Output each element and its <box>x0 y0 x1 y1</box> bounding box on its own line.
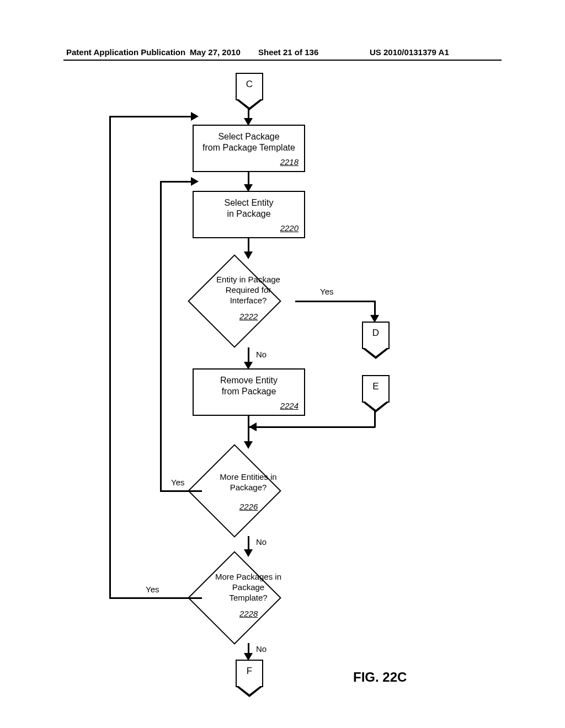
decision-2228-text: More Packages in Package Template? <box>201 572 295 603</box>
arrow-2226-2228 <box>244 549 253 557</box>
connector-c: C <box>236 73 263 100</box>
process-2220: Select Entity in Package 2220 <box>193 191 305 238</box>
label-2222-yes: Yes <box>320 287 333 296</box>
edge-e-merge <box>249 426 375 428</box>
connector-e-label: E <box>372 381 379 392</box>
label-2228-no: No <box>256 644 266 654</box>
decision-2222-line1: Entity in Package <box>201 275 295 285</box>
header-rule <box>63 60 502 61</box>
decision-2228-line1: More Packages in <box>201 572 295 582</box>
decision-2222-ref: 2222 <box>239 312 258 321</box>
decision-2226-text: More Entities in Package? <box>201 472 295 493</box>
decision-2228-line2: Package <box>201 582 295 593</box>
header-date: May 27, 2010 <box>190 47 241 57</box>
edge-2228-yes-h <box>109 597 202 599</box>
connector-c-label: C <box>246 79 253 89</box>
decision-2222-line3: Interface? <box>201 296 295 306</box>
edge-e-down <box>374 411 376 427</box>
decision-2226-ref: 2226 <box>239 502 258 511</box>
arrow-2226-yes <box>191 177 199 186</box>
arrow-2228-yes <box>191 112 199 121</box>
process-2218-ref: 2218 <box>280 157 299 168</box>
process-2220-line2: in Package <box>198 208 300 220</box>
edge-2226-yes-h <box>160 490 202 492</box>
process-2224-ref: 2224 <box>280 401 299 411</box>
process-2224-line2: from Package <box>198 386 300 397</box>
decision-2226-line2: Package? <box>201 483 295 493</box>
label-2226-no: No <box>256 537 266 547</box>
decision-2228-ref: 2228 <box>239 609 258 618</box>
header-sheet: Sheet 21 of 136 <box>258 47 318 57</box>
arrow-e-merge <box>249 422 257 431</box>
process-2224-line1: Remove Entity <box>198 375 300 386</box>
arrow-2220-2222 <box>244 251 253 259</box>
decision-2222-line2: Required for <box>201 285 295 296</box>
process-2218: Select Package from Package Template 221… <box>193 125 305 172</box>
edge-2226-yes-v <box>160 181 162 491</box>
process-2220-ref: 2220 <box>280 223 299 234</box>
connector-d-label: D <box>372 328 379 338</box>
connector-f-label: F <box>247 666 252 676</box>
process-2224: Remove Entity from Package 2224 <box>193 368 305 416</box>
process-2220-line1: Select Entity <box>198 197 300 208</box>
label-2226-yes: Yes <box>171 478 184 487</box>
arrow-2224-2226 <box>244 441 253 449</box>
decision-2222-text: Entity in Package Required for Interface… <box>201 275 295 306</box>
process-2218-line1: Select Package <box>198 131 300 142</box>
edge-2224-2226 <box>248 416 249 443</box>
header-publication: Patent Application Publication <box>66 47 185 57</box>
decision-2228-line3: Template? <box>201 593 295 603</box>
label-2228-yes: Yes <box>146 585 159 594</box>
label-2222-no: No <box>256 350 266 359</box>
header-pubno: US 2010/0131379 A1 <box>370 47 449 57</box>
edge-2226-yes-top <box>160 181 193 183</box>
edge-2222-d-h <box>295 301 375 302</box>
edge-2228-yes-v <box>109 116 111 598</box>
connector-d: D <box>362 322 390 349</box>
decision-2226-line1: More Entities in <box>201 472 295 483</box>
connector-e: E <box>362 375 390 403</box>
connector-f: F <box>236 660 263 687</box>
edge-2228-yes-top <box>109 116 193 117</box>
figure-label: FIG. 22C <box>353 670 407 685</box>
process-2218-line2: from Package Template <box>198 142 300 153</box>
